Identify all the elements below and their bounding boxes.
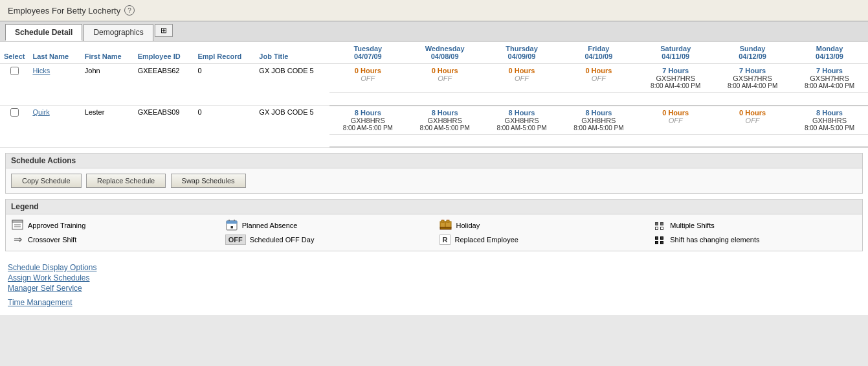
select-checkbox-quirk[interactable] <box>10 108 19 117</box>
job-title-quirk: GX JOB CODE 5 <box>255 106 329 148</box>
tab-icon[interactable]: ⊞ <box>155 24 173 37</box>
crossover-shift-label: Crossover Shift <box>28 236 76 244</box>
legend-title: Legend <box>6 200 862 214</box>
planned-absence-icon: ■ <box>225 220 238 231</box>
svg-rect-5 <box>227 221 237 223</box>
legend-grid: Approved Training ■ Planned Absence <box>6 214 862 251</box>
employee-id-hicks: GXEEABS62 <box>134 64 194 106</box>
quirk-friday: 8 Hours GXH8HRS 8:00 AM-5:00 PM <box>560 106 637 135</box>
schedule-actions-section: Schedule Actions Copy Schedule Replace S… <box>5 153 863 194</box>
svg-rect-1 <box>12 220 23 222</box>
schedule-display-link[interactable]: Schedule Display Options <box>8 263 860 272</box>
main-content: Select Last Name First Name Employee ID … <box>0 41 868 315</box>
col-last-name: Last Name <box>28 41 80 64</box>
replace-schedule-button[interactable]: Replace Schedule <box>86 174 166 188</box>
approved-training-icon <box>11 220 24 231</box>
svg-rect-13 <box>447 220 449 222</box>
legend-section: Legend Approved Training <box>5 199 863 251</box>
page-title: Employees For Betty Locherty <box>8 6 120 16</box>
approved-training-label: Approved Training <box>28 222 85 229</box>
svg-rect-10 <box>441 220 444 222</box>
replaced-employee-icon: R <box>440 234 451 245</box>
tabs-bar: Schedule Detail Demographics ⊞ <box>0 21 868 41</box>
time-management-link[interactable]: Time Management <box>8 298 860 307</box>
row-select-quirk <box>0 106 28 148</box>
employee-link-quirk[interactable]: Quirk <box>32 108 49 116</box>
legend-scheduled-off-day: OFF Scheduled OFF Day <box>225 234 429 246</box>
hicks-tuesday: 0 Hours OFF <box>329 64 406 93</box>
swap-schedules-button[interactable]: Swap Schedules <box>171 174 246 188</box>
hicks-monday: 7 Hours GXSH7HRS 8:00 AM-4:00 PM <box>791 64 868 93</box>
hicks-sunday: 7 Hours GXSH7HRS 8:00 AM-4:00 PM <box>714 64 791 93</box>
hicks-wednesday: 0 Hours OFF <box>406 64 484 93</box>
quirk-thursday: 8 Hours GXH8HRS 8:00 AM-5:00 PM <box>484 106 561 135</box>
job-title-hicks: GX JOB CODE 5 <box>255 64 329 106</box>
holiday-icon <box>440 220 452 231</box>
col-saturday: Saturday04/11/09 <box>637 41 714 64</box>
quirk-sunday: 0 Hours OFF <box>714 106 791 135</box>
col-monday: Monday04/13/09 <box>791 41 868 64</box>
table-row-quirk: Quirk Lester GXEEABS09 0 GX JOB CODE 5 8… <box>0 106 868 135</box>
legend-planned-absence: ■ Planned Absence <box>225 220 429 231</box>
quirk-wednesday: 8 Hours GXH8HRS 8:00 AM-5:00 PM <box>406 106 484 135</box>
select-checkbox-hicks[interactable] <box>10 67 19 75</box>
footer-links: Schedule Display Options Assign Work Sch… <box>0 257 868 315</box>
empl-record-quirk: 0 <box>194 106 255 148</box>
col-first-name: First Name <box>81 41 134 64</box>
schedule-table: Select Last Name First Name Employee ID … <box>0 41 868 148</box>
scheduled-off-day-icon: OFF <box>225 234 246 245</box>
quirk-monday: 8 Hours GXH8HRS 8:00 AM-5:00 PM <box>791 106 868 135</box>
legend-replaced-employee: R Replaced Employee <box>440 234 643 246</box>
table-row: Hicks John GXEEABS62 0 GX JOB CODE 5 0 H… <box>0 64 868 93</box>
quirk-saturday: 0 Hours OFF <box>637 106 714 135</box>
hicks-thursday: 0 Hours OFF <box>484 64 561 93</box>
svg-rect-15 <box>440 227 451 229</box>
first-name-hicks: John <box>81 64 134 106</box>
planned-absence-label: Planned Absence <box>242 222 298 229</box>
header-bar: Employees For Betty Locherty ? <box>0 0 868 21</box>
holiday-label: Holiday <box>456 222 480 229</box>
col-sunday: Sunday04/12/09 <box>714 41 791 64</box>
col-tuesday: Tuesday04/07/09 <box>329 41 406 64</box>
multiple-shifts-icon <box>653 220 666 231</box>
schedule-actions-body: Copy Schedule Replace Schedule Swap Sche… <box>6 168 862 193</box>
last-name-hicks: Hicks <box>28 64 80 106</box>
replaced-employee-label: Replaced Employee <box>454 236 518 244</box>
tab-demographics[interactable]: Demographics <box>83 24 153 41</box>
legend-holiday: Holiday <box>440 220 643 231</box>
assign-work-link[interactable]: Assign Work Schedules <box>8 273 860 282</box>
schedule-actions-title: Schedule Actions <box>6 154 862 168</box>
crossover-shift-icon: ⇒ <box>11 234 24 246</box>
row-select-hicks <box>0 64 28 106</box>
legend-crossover-shift: ⇒ Crossover Shift <box>11 234 215 246</box>
col-thursday: Thursday04/09/09 <box>484 41 561 64</box>
copy-schedule-button[interactable]: Copy Schedule <box>11 174 82 188</box>
shift-changing-label: Shift has changing elements <box>670 236 759 244</box>
col-friday: Friday04/10/09 <box>560 41 637 64</box>
multiple-shifts-label: Multiple Shifts <box>670 222 714 229</box>
legend-approved-training: Approved Training <box>11 220 215 231</box>
page-wrapper: Employees For Betty Locherty ? Schedule … <box>0 0 868 366</box>
help-icon[interactable]: ? <box>124 5 135 16</box>
quirk-tuesday: 8 Hours GXH8HRS 8:00 AM-5:00 PM <box>329 106 406 135</box>
empl-record-hicks: 0 <box>194 64 255 106</box>
col-job-title: Job Title <box>255 41 329 64</box>
legend-multiple-shifts: Multiple Shifts <box>653 220 857 231</box>
col-empl-record: Empl Record <box>194 41 255 64</box>
employee-link-hicks[interactable]: Hicks <box>32 67 50 74</box>
shift-changing-icon <box>653 234 666 246</box>
col-select: Select <box>0 41 28 64</box>
svg-text:■: ■ <box>230 225 233 229</box>
employee-id-quirk: GXEEABS09 <box>134 106 194 148</box>
first-name-quirk: Lester <box>81 106 134 148</box>
col-wednesday: Wednesday04/08/09 <box>406 41 484 64</box>
hicks-saturday: 7 Hours GXSH7HRS 8:00 AM-4:00 PM <box>637 64 714 93</box>
col-employee-id: Employee ID <box>134 41 194 64</box>
manager-self-link[interactable]: Manager Self Service <box>8 284 860 293</box>
scheduled-off-day-label: Scheduled OFF Day <box>250 236 315 244</box>
legend-shift-changing: Shift has changing elements <box>653 234 857 246</box>
tab-schedule-detail[interactable]: Schedule Detail <box>5 24 82 41</box>
hicks-friday: 0 Hours OFF <box>560 64 637 93</box>
last-name-quirk: Quirk <box>28 106 80 148</box>
